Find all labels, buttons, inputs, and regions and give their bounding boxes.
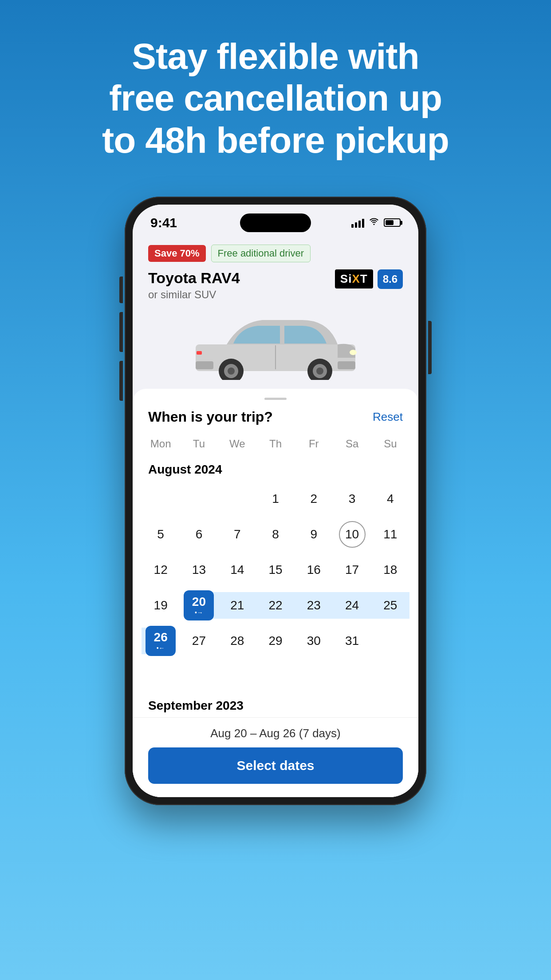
table-row[interactable]: 31 (333, 623, 371, 659)
table-row (142, 659, 180, 694)
date-25[interactable]: 25 (371, 588, 409, 623)
table-row[interactable] (180, 481, 218, 517)
car-type: or similar SUV (148, 288, 240, 301)
date-summary: Aug 20 – Aug 26 (7 days) (148, 727, 403, 740)
day-sa: Sa (333, 434, 371, 454)
table-row[interactable]: 27 (180, 623, 218, 659)
date-22[interactable]: 22 (256, 588, 295, 623)
calendar-header: When is your trip? Reset (133, 409, 418, 434)
table-row[interactable]: 10 (333, 517, 371, 552)
phone-frame: 9:41 (125, 197, 426, 805)
table-row[interactable]: 28 (218, 623, 256, 659)
calendar-title: When is your trip? (148, 409, 273, 425)
phone-mockup: 9:41 (125, 197, 426, 805)
day-fr: Fr (295, 434, 333, 454)
table-row[interactable]: 19 (142, 588, 180, 623)
sheet-handle (264, 398, 287, 400)
car-rating-row: SiXT 8.6 (335, 269, 403, 289)
svg-rect-2 (338, 361, 355, 369)
table-row[interactable]: 7 (218, 517, 256, 552)
table-row[interactable]: 1 (256, 481, 295, 517)
table-row[interactable]: 18 (371, 552, 409, 588)
svg-rect-1 (196, 361, 213, 369)
car-illustration (182, 309, 369, 380)
car-image (148, 304, 403, 384)
battery-icon (384, 218, 401, 227)
day-mon: Mon (142, 434, 180, 454)
day-headers: Mon Tu We Th Fr Sa Su (133, 434, 418, 454)
signal-icon (351, 218, 364, 228)
day-th: Th (256, 434, 295, 454)
table-row[interactable] (218, 481, 256, 517)
table-row[interactable]: 29 (256, 623, 295, 659)
date-23[interactable]: 23 (295, 588, 333, 623)
day-we: We (218, 434, 256, 454)
free-driver-badge: Free aditional driver (211, 245, 311, 262)
car-title-block: Toyota RAV4 or similar SUV (148, 269, 240, 301)
table-row[interactable]: 3 (333, 481, 371, 517)
table-row[interactable]: 13 (180, 552, 218, 588)
table-row[interactable] (142, 481, 180, 517)
table-row[interactable]: 5 (142, 517, 180, 552)
car-info-row: Toyota RAV4 or similar SUV SiXT 8.6 (148, 269, 403, 301)
svg-point-8 (316, 368, 323, 375)
save-badge: Save 70% (148, 245, 206, 262)
table-row[interactable]: 8 (256, 517, 295, 552)
car-name: Toyota RAV4 (148, 269, 240, 287)
table-row[interactable]: 9 (295, 517, 333, 552)
sixt-logo: SiXT (335, 269, 373, 288)
car-card: Save 70% Free aditional driver Toyota RA… (133, 236, 418, 389)
volume-down-button (119, 361, 123, 401)
table-row (371, 623, 409, 659)
table-row[interactable]: 4 (371, 481, 409, 517)
day-tu: Tu (180, 434, 218, 454)
date-20-selected-start[interactable]: 20 •→ (180, 588, 218, 623)
select-dates-button[interactable]: Select dates (148, 747, 403, 784)
table-row[interactable]: 17 (333, 552, 371, 588)
volume-silent-button (119, 277, 123, 303)
hero-text: Stay flexible with free cancellation up … (75, 36, 476, 161)
status-icons (351, 217, 401, 228)
table-row[interactable]: 15 (256, 552, 295, 588)
volume-up-button (119, 312, 123, 352)
month-september: September 2023 (133, 694, 418, 717)
svg-point-10 (350, 350, 357, 355)
svg-rect-11 (197, 351, 202, 355)
august-grid: 1 2 3 4 5 6 7 8 9 10 11 12 13 14 15 (133, 481, 418, 694)
table-row[interactable]: 11 (371, 517, 409, 552)
table-row[interactable]: 14 (218, 552, 256, 588)
status-time: 9:41 (150, 215, 177, 230)
sixt-text: SiXT (340, 272, 368, 286)
table-row[interactable]: 30 (295, 623, 333, 659)
wifi-icon (369, 217, 379, 228)
phone-screen: 9:41 (133, 205, 418, 797)
date-21[interactable]: 21 (218, 588, 256, 623)
rating-badge: 8.6 (378, 269, 403, 289)
month-august: August 2024 (133, 458, 418, 481)
date-26-selected-end[interactable]: 26 •← (142, 623, 180, 659)
badges-row: Save 70% Free aditional driver (148, 245, 403, 262)
table-row[interactable]: 6 (180, 517, 218, 552)
power-button (428, 321, 432, 374)
day-su: Su (371, 434, 409, 454)
table-row[interactable]: 12 (142, 552, 180, 588)
table-row[interactable]: 2 (295, 481, 333, 517)
calendar-sheet: When is your trip? Reset Mon Tu We Th Fr… (133, 389, 418, 797)
svg-point-5 (228, 368, 235, 375)
bottom-bar: Aug 20 – Aug 26 (7 days) Select dates (133, 717, 418, 797)
date-24[interactable]: 24 (333, 588, 371, 623)
dynamic-island (240, 213, 311, 232)
table-row[interactable]: 16 (295, 552, 333, 588)
reset-button[interactable]: Reset (373, 410, 403, 424)
